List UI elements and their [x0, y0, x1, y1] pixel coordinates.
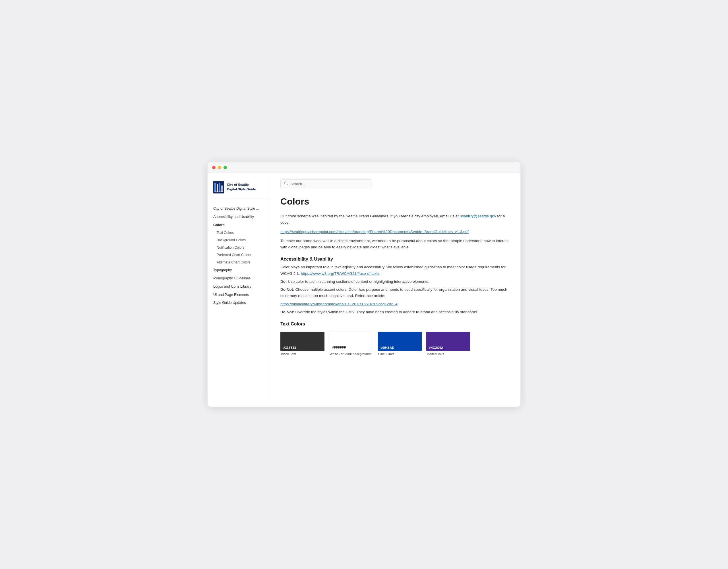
text-colors-heading: Text Colors [280, 322, 510, 327]
swatch-label: Blue - links [378, 352, 394, 356]
brand-guidelines-link[interactable]: https://seattlegov.sharepoint.com/sites/… [280, 229, 469, 234]
color-swatch: #333333 [280, 332, 324, 351]
svg-rect-5 [214, 191, 223, 192]
search-input[interactable] [290, 182, 368, 186]
main-content: Colors Our color scheme was inspired by … [270, 173, 520, 407]
donot-item-2: Do Not: Override the styles within the C… [280, 309, 510, 315]
svg-line-7 [287, 184, 288, 185]
swatch-hex: #0046AD [380, 346, 394, 349]
intro-paragraph-1: Our color scheme was inspired by the Sea… [280, 213, 510, 226]
search-icon [284, 181, 288, 186]
article-link[interactable]: https://onlinelibrary.wiley.com/doi/abs/… [280, 302, 398, 306]
sidebar-sub-item[interactable]: Alternate Chart Colors [208, 258, 270, 266]
search-bar-wrap [280, 179, 510, 188]
sidebar-nav: City of Seattle Digital Style ...Accessi… [208, 204, 270, 307]
close-dot[interactable] [212, 166, 216, 169]
sidebar-sub-item[interactable]: Text Colors [208, 229, 270, 236]
browser-chrome [208, 162, 520, 173]
sidebar-nav-item[interactable]: Style Guide Updates [208, 299, 270, 307]
color-swatch: #0046AD [378, 332, 422, 351]
svg-rect-1 [214, 183, 216, 192]
sidebar-nav-item[interactable]: Iconography Guidelines [208, 274, 270, 282]
swatch-hex: #4C2C92 [429, 346, 443, 349]
sidebar-nav-item[interactable]: City of Seattle Digital Style ... [208, 204, 270, 213]
wcag-link[interactable]: https://www.w3.org/TR/WCAG21/#use-of-col… [301, 271, 380, 276]
swatch-label: Black Text [280, 352, 296, 356]
browser-window: City of Seattle Digital Style Guide City… [208, 162, 520, 407]
accessibility-heading: Accessibility & Usability [280, 256, 510, 262]
color-swatch: #4C2C92 [426, 332, 470, 351]
minimize-dot[interactable] [218, 166, 221, 169]
color-swatches: #333333Black Text#FFFFFFWhite - on dark … [280, 332, 510, 356]
sidebar-logo: City of Seattle Digital Style Guide [208, 181, 270, 200]
browser-body: City of Seattle Digital Style Guide City… [208, 173, 520, 407]
article-link-para: https://onlinelibrary.wiley.com/doi/abs/… [280, 301, 510, 307]
sidebar-nav-item[interactable]: UI and Page Elements [208, 291, 270, 299]
swatch-label: White - on dark backgrounds [329, 352, 371, 356]
fullscreen-dot[interactable] [224, 166, 227, 169]
swatch-hex: #333333 [283, 346, 296, 349]
search-bar[interactable] [280, 179, 371, 188]
sidebar-nav-item[interactable]: Typography [208, 266, 270, 274]
sidebar-logo-text: City of Seattle Digital Style Guide [227, 183, 256, 191]
page-title: Colors [280, 196, 510, 207]
color-swatch-wrap: #4C2C92Visited links [426, 332, 470, 356]
swatch-hex: #FFFFFF [332, 346, 346, 349]
color-swatch-wrap: #FFFFFFWhite - on dark backgrounds [329, 332, 373, 356]
sidebar-nav-item[interactable]: Logos and Icons Library [208, 282, 270, 291]
intro-paragraph-2: To make our brand work well in a digital… [280, 238, 510, 250]
svg-rect-3 [219, 183, 220, 192]
color-swatch-wrap: #0046ADBlue - links [378, 332, 422, 356]
do-item-1: Do: Use color to aid in scanning section… [280, 278, 510, 285]
sidebar-sub-item[interactable]: Notification Colors [208, 244, 270, 251]
sidebar-sub-item[interactable]: Background Colors [208, 236, 270, 244]
color-swatch: #FFFFFF [329, 332, 373, 351]
sidebar-nav-item[interactable]: Accessibility and Usability [208, 213, 270, 221]
brand-link-para: https://seattlegov.sharepoint.com/sites/… [280, 229, 510, 235]
accessibility-para1: Color plays an important role in text le… [280, 264, 510, 277]
color-swatch-wrap: #333333Black Text [280, 332, 324, 356]
swatch-label: Visited links [426, 352, 444, 356]
email-link[interactable]: usability@seattle.gov [460, 214, 496, 218]
sidebar-sub-item[interactable]: Preferred Chart Colors [208, 251, 270, 258]
city-logo-icon [213, 181, 224, 193]
sidebar: City of Seattle Digital Style Guide City… [208, 173, 270, 407]
sidebar-nav-item[interactable]: Colors [208, 221, 270, 229]
donot-item-1: Do Not: Choose multiple accent colors. C… [280, 287, 510, 299]
